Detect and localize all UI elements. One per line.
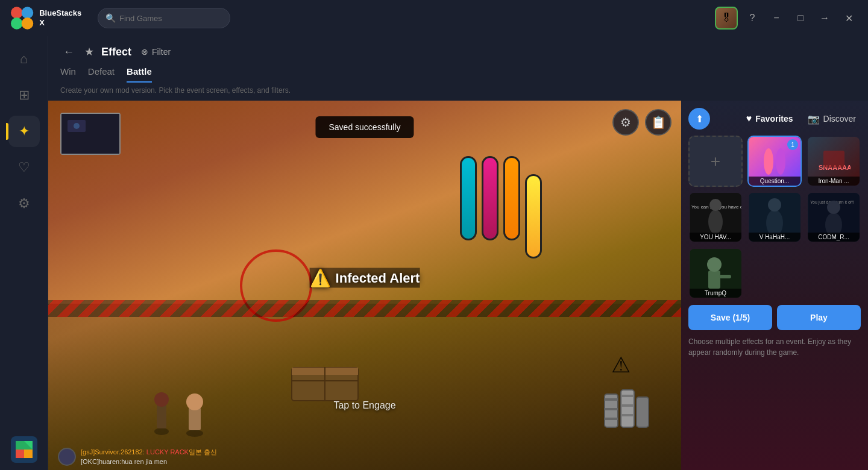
svg-rect-49 bbox=[719, 275, 731, 278]
effect-card-youhav[interactable]: You can see you have everything. YOU HAV… bbox=[688, 192, 743, 243]
svg-rect-16 bbox=[189, 407, 201, 430]
right-panel: ⬆ ♥ Favorites 📷 Discover + bbox=[681, 101, 868, 470]
minimize-button[interactable]: − bbox=[767, 8, 786, 28]
chat-avatar bbox=[58, 448, 76, 466]
svg-rect-13 bbox=[157, 404, 166, 428]
effect-card-questions[interactable]: 1 Question... bbox=[747, 136, 802, 187]
search-input[interactable] bbox=[119, 14, 222, 23]
sidebar-item-my-games[interactable]: ⊞ bbox=[8, 80, 40, 111]
effects-grid: + 1 Question... bbox=[688, 136, 861, 299]
sidebar-item-effects[interactable]: ✦ bbox=[8, 116, 40, 147]
filter-icon: ⊗ bbox=[141, 47, 148, 57]
content-area: ← ★ Effect ⊗ Filter Win Defeat Battle Cr… bbox=[48, 36, 868, 470]
infected-alert-text: Infected Alert bbox=[336, 270, 420, 286]
alert-warning-icon: ⚠️ bbox=[310, 268, 331, 288]
svg-point-14 bbox=[154, 392, 169, 407]
search-bar[interactable]: 🔍 bbox=[98, 8, 230, 28]
svg-point-38 bbox=[709, 199, 722, 211]
effect-card-codm[interactable]: You just don't turn it off! CODM_R... bbox=[807, 192, 861, 243]
tap-engage-text: Tap to Engage bbox=[333, 400, 395, 411]
tab-win[interactable]: Win bbox=[60, 66, 76, 83]
effect-header-icon: ★ bbox=[84, 45, 94, 58]
game-icons-top-right: ⚙ 📋 bbox=[612, 109, 671, 136]
effect-label-questions: Question... bbox=[749, 177, 800, 186]
sidebar-item-favorites[interactable]: ♡ bbox=[8, 152, 40, 183]
svg-point-45 bbox=[827, 201, 840, 214]
svg-point-41 bbox=[768, 198, 781, 212]
svg-point-11 bbox=[74, 123, 80, 129]
effect-card-trumpq[interactable]: TrumpQ bbox=[688, 248, 743, 299]
svg-rect-47 bbox=[708, 271, 720, 289]
back-button[interactable]: ← bbox=[60, 43, 77, 60]
app-name-label: BlueStacks X bbox=[39, 8, 88, 27]
svg-rect-20 bbox=[605, 408, 618, 410]
effect-badge-questions: 1 bbox=[787, 139, 798, 150]
sidebar: ⌂ ⊞ ✦ ♡ ⚙ bbox=[0, 36, 48, 470]
panel-tab-discover[interactable]: 📷 Discover bbox=[803, 111, 861, 127]
svg-rect-21 bbox=[605, 418, 618, 420]
ribbon-cyan bbox=[460, 156, 477, 240]
help-button[interactable]: ? bbox=[743, 8, 762, 28]
sidebar-item-home[interactable]: ⌂ bbox=[8, 43, 40, 75]
warning-bars bbox=[48, 300, 681, 317]
play-button[interactable]: Play bbox=[777, 305, 861, 330]
filter-label: Filter bbox=[152, 47, 171, 57]
svg-point-3 bbox=[22, 17, 34, 30]
game-exit-icon[interactable]: 📋 bbox=[645, 109, 671, 136]
sidebar-bottom bbox=[11, 436, 37, 463]
svg-point-48 bbox=[707, 257, 722, 272]
sidebar-item-settings[interactable]: ⚙ bbox=[8, 188, 40, 219]
share-button[interactable]: ⬆ bbox=[688, 108, 710, 130]
svg-marker-7 bbox=[16, 450, 24, 458]
share-icon: ⬆ bbox=[696, 113, 703, 125]
discover-tab-icon: 📷 bbox=[808, 113, 820, 125]
effect-card-vhahah[interactable]: V HaHaH... bbox=[747, 192, 802, 243]
close-button[interactable]: ✕ bbox=[839, 8, 858, 28]
effect-card-ironman[interactable]: SNAAAAAP!!! Iron-Man ... bbox=[807, 136, 861, 187]
favorites-icon: ♡ bbox=[18, 160, 30, 175]
tab-subtitle: Create your own mod version. Pick the ev… bbox=[60, 83, 856, 101]
current-game-thumbnail[interactable]: 🎖 bbox=[715, 7, 738, 30]
header-top: ← ★ Effect ⊗ Filter bbox=[60, 43, 856, 60]
panel-tab-favorites[interactable]: ♥ Favorites bbox=[741, 111, 798, 127]
ribbon-yellow bbox=[525, 174, 542, 258]
svg-rect-34 bbox=[823, 151, 844, 168]
effect-label-ironman: Iron-Man ... bbox=[808, 177, 860, 186]
panel-hint: Choose multiple effects for an event. En… bbox=[688, 336, 861, 358]
filter-button[interactable]: ⊗ Filter bbox=[141, 47, 171, 57]
title-bar: BlueStacks X 🔍 🎖 ? − □ → ✕ bbox=[0, 0, 868, 36]
favorites-tab-icon: ♥ bbox=[746, 113, 752, 124]
tab-defeat[interactable]: Defeat bbox=[88, 66, 115, 83]
effect-label-trumpq: TrumpQ bbox=[690, 289, 741, 298]
ribbon-pink bbox=[482, 156, 498, 240]
svg-rect-19 bbox=[605, 398, 618, 401]
barrel-cluster bbox=[602, 373, 650, 433]
game-canvas: ⚠️ Infected Alert ⚙ 📋 bbox=[48, 101, 681, 470]
mini-screen bbox=[60, 113, 121, 155]
page-title: Effect bbox=[101, 46, 131, 58]
forward-button[interactable]: → bbox=[815, 8, 834, 28]
effect-label-codm: CODM_R... bbox=[808, 233, 860, 242]
toast-notification: Saved successfully bbox=[315, 116, 414, 138]
my-games-icon: ⊞ bbox=[19, 87, 30, 103]
chat-overlay: [gsJ]Survivor.262182: LUCKY RACK일본 출신 [O… bbox=[58, 448, 217, 466]
save-button[interactable]: Save (1/5) bbox=[688, 305, 772, 330]
bluestacks-logo-icon bbox=[10, 5, 34, 31]
svg-rect-25 bbox=[621, 414, 634, 416]
game-settings-icon[interactable]: ⚙ bbox=[612, 109, 639, 136]
tab-nav: Win Defeat Battle bbox=[60, 66, 856, 83]
chat-line-2: [OKC]huaren:hua ren jia men bbox=[81, 457, 217, 466]
bluestacks-bottom-logo bbox=[11, 436, 37, 463]
game-view: ⚠️ Infected Alert ⚙ 📋 bbox=[48, 101, 681, 470]
maximize-button[interactable]: □ bbox=[791, 8, 810, 28]
home-icon: ⌂ bbox=[20, 51, 28, 67]
svg-rect-23 bbox=[621, 395, 634, 397]
chat-text: [gsJ]Survivor.262182: LUCKY RACK일본 출신 [O… bbox=[81, 448, 217, 466]
chat-line-1: [gsJ]Survivor.262182: LUCKY RACK일본 출신 bbox=[81, 448, 217, 457]
panel-header: ⬆ ♥ Favorites 📷 Discover bbox=[688, 108, 861, 130]
svg-point-31 bbox=[764, 148, 773, 175]
tab-battle[interactable]: Battle bbox=[127, 66, 152, 83]
effect-label-youhav: YOU HAV... bbox=[690, 233, 741, 242]
effect-ribbons bbox=[460, 156, 542, 252]
add-effect-button[interactable]: + bbox=[688, 136, 743, 187]
